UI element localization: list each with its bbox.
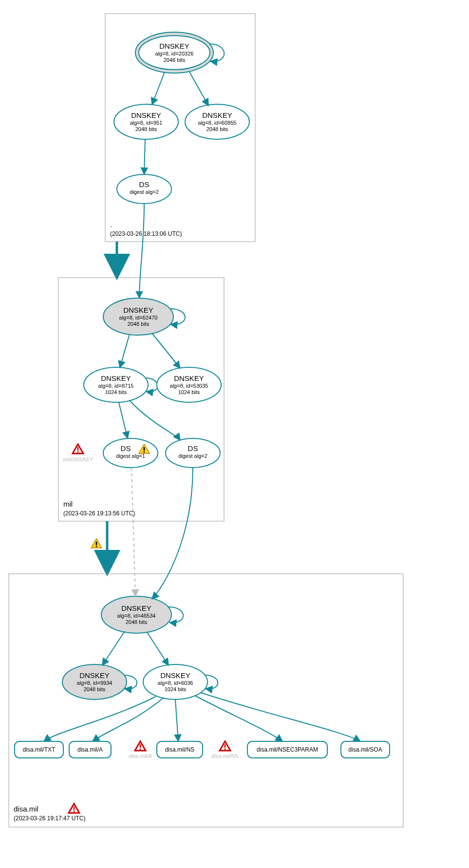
svg-text:DNSKEY: DNSKEY	[131, 111, 161, 119]
svg-text:DNSKEY: DNSKEY	[123, 306, 153, 314]
edge-key3-ns	[175, 699, 178, 741]
edge-milksk-zsk1	[120, 334, 130, 368]
svg-text:2048 bits: 2048 bits	[164, 57, 186, 63]
error-icon	[69, 804, 79, 813]
edge-key3-nsec3	[195, 696, 282, 741]
svg-text:disa.mil/NS: disa.mil/NS	[211, 753, 239, 759]
svg-text:DNSKEY: DNSKEY	[79, 671, 110, 679]
node-disa-ksk[interactable]: DNSKEY alg=8, id=46534 2048 bits	[101, 596, 171, 633]
node-rr-a[interactable]: disa.mil/A	[69, 741, 111, 758]
node-mil-zsk-8715[interactable]: DNSKEY alg=8, id=8715 1024 bits	[84, 367, 148, 402]
node-rr-soa[interactable]: disa.mil/SOA	[341, 741, 390, 758]
svg-text:DS: DS	[121, 444, 131, 453]
node-root-ksk[interactable]: DNSKEY alg=8, id=20326 2048 bits	[135, 32, 213, 73]
svg-text:disa.mil/SOA: disa.mil/SOA	[348, 746, 382, 753]
edge-zsk1-ds1	[119, 402, 128, 438]
edge-key3-soa	[201, 693, 360, 741]
svg-text:disa.mil/NSEC3PARAM: disa.mil/NSEC3PARAM	[257, 746, 318, 753]
edge-key3-txt	[44, 697, 156, 741]
edge-zsk1-ds2	[130, 400, 180, 440]
zone-root: . (2023-03-26 18:13:06 UTC) DNSKEY alg=8…	[105, 14, 255, 242]
node-mil-ds2[interactable]: DS digest alg=2	[166, 438, 220, 468]
node-rr-txt[interactable]: disa.mil/TXT	[15, 741, 63, 758]
svg-text:digest alg=2: digest alg=2	[178, 453, 207, 459]
svg-text:DNSKEY: DNSKEY	[121, 604, 151, 612]
edge-ds1-disaksk	[131, 468, 135, 596]
node-err-ns[interactable]: disa.mil/NS	[211, 741, 239, 759]
edge-key3-a	[93, 698, 164, 741]
node-mil-ksk[interactable]: DNSKEY alg=8, id=62470 2048 bits	[103, 298, 173, 335]
error-icon	[135, 741, 146, 751]
error-icon	[73, 444, 83, 453]
svg-text:alg=8, id=20326: alg=8, id=20326	[155, 51, 194, 57]
node-rr-nsec3[interactable]: disa.mil/NSEC3PARAM	[247, 741, 327, 758]
svg-text:1024 bits: 1024 bits	[105, 389, 127, 395]
node-root-zsk-951[interactable]: DNSKEY alg=8, id=951 2048 bits	[114, 104, 178, 139]
node-rr-ns[interactable]: disa.mil/NS	[157, 741, 203, 758]
svg-text:digest alg=2: digest alg=2	[130, 189, 159, 195]
svg-text:1024 bits: 1024 bits	[165, 686, 187, 692]
zone-mil-ts: (2023-03-26 19:13:56 UTC)	[63, 510, 135, 517]
svg-text:2048 bits: 2048 bits	[128, 321, 150, 327]
svg-text:2048 bits: 2048 bits	[126, 619, 148, 625]
svg-text:alg=8, id=53035: alg=8, id=53035	[170, 383, 208, 389]
svg-text:DNSKEY: DNSKEY	[101, 374, 131, 382]
svg-text:DS: DS	[188, 444, 198, 453]
zone-mil: mil (2023-03-26 19:13:56 UTC) DNSKEY alg…	[58, 204, 224, 521]
node-mil-zsk-53035[interactable]: DNSKEY alg=8, id=53035 1024 bits	[157, 367, 221, 402]
svg-rect-41	[9, 574, 403, 827]
node-err-a[interactable]: disa.mil/A	[129, 741, 152, 759]
svg-text:disa.mil/TXT: disa.mil/TXT	[23, 746, 56, 753]
zone-root-ts: (2023-03-26 18:13:06 UTC)	[110, 230, 182, 237]
svg-text:alg=8, id=9934: alg=8, id=9934	[77, 680, 113, 686]
svg-text:alg=8, id=951: alg=8, id=951	[130, 120, 163, 126]
svg-text:DNSKEY: DNSKEY	[160, 671, 190, 679]
edge-milksk-zsk2	[152, 333, 180, 368]
zone-root-label: .	[110, 220, 112, 228]
error-icon	[220, 741, 230, 751]
zone-mil-label: mil	[63, 500, 73, 508]
zone-disa-ts: (2023-03-26 19:17:47 UTC)	[14, 815, 85, 822]
svg-text:DS: DS	[139, 180, 150, 189]
svg-text:mil/DNSKEY: mil/DNSKEY	[63, 456, 94, 462]
node-root-ds[interactable]: DS digest alg=2	[117, 174, 171, 204]
zone-disa-label: disa.mil	[14, 805, 38, 813]
warning-icon	[91, 539, 102, 548]
node-disa-key-9934[interactable]: DNSKEY alg=8, id=9934 2048 bits	[62, 664, 127, 699]
svg-text:digest alg=1: digest alg=1	[116, 453, 145, 459]
svg-text:alg=8, id=8715: alg=8, id=8715	[98, 383, 134, 389]
edge-disaksk-key2	[102, 631, 125, 665]
edge-rootds-milksk	[139, 204, 144, 298]
zone-disa: disa.mil (2023-03-26 19:17:47 UTC) DNSKE…	[9, 468, 403, 827]
svg-text:alg=8, id=6036: alg=8, id=6036	[158, 680, 193, 686]
svg-text:disa.mil/NS: disa.mil/NS	[165, 746, 195, 753]
svg-text:disa.mil/A: disa.mil/A	[77, 746, 103, 753]
svg-text:1024 bits: 1024 bits	[178, 389, 200, 395]
svg-text:2048 bits: 2048 bits	[135, 126, 157, 132]
node-disa-key-6036[interactable]: DNSKEY alg=8, id=6036 1024 bits	[143, 664, 207, 699]
svg-text:alg=8, id=46534: alg=8, id=46534	[117, 613, 156, 619]
svg-text:disa.mil/A: disa.mil/A	[129, 753, 152, 759]
svg-text:2048 bits: 2048 bits	[84, 686, 106, 692]
edge-disaksk-key3	[147, 632, 169, 665]
svg-text:alg=8, id=60955: alg=8, id=60955	[198, 120, 237, 126]
svg-text:DNSKEY: DNSKEY	[202, 111, 232, 119]
node-mil-err-dnskey[interactable]: mil/DNSKEY	[63, 444, 94, 462]
svg-text:2048 bits: 2048 bits	[206, 126, 228, 132]
svg-text:alg=8, id=62470: alg=8, id=62470	[119, 315, 158, 321]
svg-text:DNSKEY: DNSKEY	[174, 374, 204, 382]
edge-rootksk-zsk1	[152, 72, 165, 105]
svg-text:DNSKEY: DNSKEY	[159, 42, 189, 50]
node-root-zsk-60955[interactable]: DNSKEY alg=8, id=60955 2048 bits	[185, 104, 249, 139]
edge-zsk1-ds	[144, 139, 145, 174]
edge-rootksk-zsk2	[189, 71, 208, 106]
edge-ds2-disaksk	[152, 468, 193, 599]
